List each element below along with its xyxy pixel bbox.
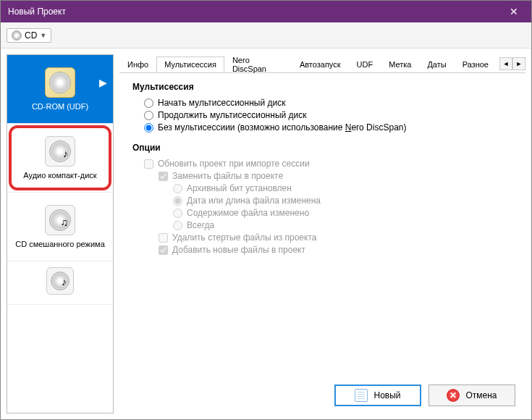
check-label: Удалить стертые файлы из проекта (172, 232, 316, 243)
check-label: Обновить проект при импорте сессии (158, 159, 310, 169)
button-label: Новый (373, 390, 400, 400)
titlebar: Новый Проект ✕ (1, 1, 531, 22)
check-delete-erased: Удалить стертые файлы из проекта (159, 232, 512, 243)
tab-scroll-left[interactable]: ◄ (499, 57, 512, 70)
tab-scroll: ◄ ► (499, 57, 525, 70)
multisession-title: Мультисессия (132, 82, 512, 92)
disc-icon: ♪ (46, 267, 74, 295)
check-update-project: Обновить проект при импорте сессии (144, 159, 512, 169)
tab-multisession[interactable]: Мультисессия (156, 56, 224, 72)
tab-scroll-right[interactable]: ► (512, 57, 525, 70)
multisession-panel: Мультисессия Начать мультисессионный дис… (119, 73, 525, 377)
close-button[interactable]: ✕ (504, 6, 524, 17)
footer-buttons: Новый ✕ Отмена (119, 377, 525, 413)
radio-content-changed: Содержимое файла изменено (173, 208, 512, 218)
radio-input[interactable] (144, 98, 153, 108)
radio-input[interactable] (144, 111, 153, 120)
toolbar: CD ▼ (1, 22, 531, 49)
sidebar-item-extra[interactable]: ♪ (7, 261, 113, 305)
tab-misc[interactable]: Разное (455, 56, 497, 72)
tab-info[interactable]: Инфо (119, 56, 156, 72)
radio-input[interactable] (144, 123, 153, 133)
radio-label: Начать мультисессионный диск (158, 98, 285, 108)
tab-discspan[interactable]: Nero DiscSpan (224, 52, 292, 76)
radio-no-multisession[interactable]: Без мультисессиии (возможно использовани… (144, 122, 512, 133)
radio-archive-bit: Архивный бит установлен (173, 183, 512, 193)
tab-label[interactable]: Метка (381, 56, 419, 72)
cancel-icon: ✕ (447, 389, 460, 402)
radio-label: Продолжить мультисессионный диск (158, 110, 307, 120)
radio-input (173, 209, 182, 218)
cancel-button[interactable]: ✕ Отмена (428, 385, 515, 406)
sidebar-item-audio-cd[interactable]: ♪ Аудио компакт-диск (7, 124, 113, 193)
radio-input (173, 184, 182, 193)
radio-label: Архивный бит установлен (187, 183, 292, 193)
new-project-window: Новый Проект ✕ CD ▼ ▶ CD-ROM (UDF) ♪ Ауд… (0, 0, 532, 420)
radio-input (173, 196, 182, 206)
sidebar-item-label: Аудио компакт-диск (20, 171, 99, 180)
check-label: Добавить новые файлы в проект (172, 245, 305, 255)
radio-label: Дата или длина файла изменена (187, 196, 321, 206)
check-label: Заменить файлы в проекте (172, 171, 283, 181)
tab-dates[interactable]: Даты (419, 56, 454, 72)
main-panel: Инфо Мультисессия Nero DiscSpan Автозапу… (119, 54, 525, 413)
radio-label: Без мультисессиии (возможно использовани… (158, 122, 406, 133)
mixed-disc-icon: ♫ (45, 205, 75, 235)
radio-continue-multisession[interactable]: Продолжить мультисессионный диск (144, 110, 512, 120)
project-type-sidebar: ▶ CD-ROM (UDF) ♪ Аудио компакт-диск ♫ CD… (7, 54, 114, 413)
radio-input (173, 221, 182, 230)
radio-always: Всегда (173, 220, 512, 230)
tab-udf[interactable]: UDF (349, 56, 381, 72)
chevron-down-icon: ▼ (40, 32, 46, 39)
options-title: Опции (132, 143, 512, 153)
sidebar-item-cdrom-udf[interactable]: ▶ CD-ROM (UDF) (7, 55, 113, 124)
radio-label: Всегда (187, 220, 214, 230)
sidebar-item-mixed-cd[interactable]: ♫ CD смешанного режима (7, 193, 113, 261)
checkbox-input (159, 172, 168, 181)
tab-autorun[interactable]: Автозапуск (292, 56, 349, 72)
check-add-new: Добавить новые файлы в проект (159, 245, 512, 255)
arrow-right-icon: ▶ (99, 77, 107, 88)
radio-start-multisession[interactable]: Начать мультисессионный диск (144, 98, 512, 108)
folder-disc-icon (45, 67, 75, 98)
disc-icon (12, 30, 22, 41)
tab-bar: Инфо Мультисессия Nero DiscSpan Автозапу… (119, 54, 525, 73)
sidebar-item-label: CD смешанного режима (12, 240, 108, 248)
sidebar-item-label: CD-ROM (UDF) (29, 102, 91, 111)
radio-label: Содержимое файла изменено (187, 208, 309, 218)
new-button[interactable]: Новый (334, 385, 421, 406)
checkbox-input (144, 159, 153, 169)
check-replace-files: Заменить файлы в проекте (159, 171, 512, 181)
disc-type-dropdown[interactable]: CD ▼ (7, 28, 51, 43)
radio-date-changed: Дата или длина файла изменена (173, 196, 512, 206)
audio-disc-icon: ♪ (45, 136, 75, 167)
button-label: Отмена (465, 390, 497, 400)
window-title: Новый Проект (8, 7, 66, 17)
content-area: ▶ CD-ROM (UDF) ♪ Аудио компакт-диск ♫ CD… (1, 49, 531, 419)
checkbox-input (159, 245, 168, 255)
checkbox-input (159, 233, 168, 243)
new-doc-icon (355, 389, 368, 402)
disc-type-label: CD (25, 30, 37, 41)
